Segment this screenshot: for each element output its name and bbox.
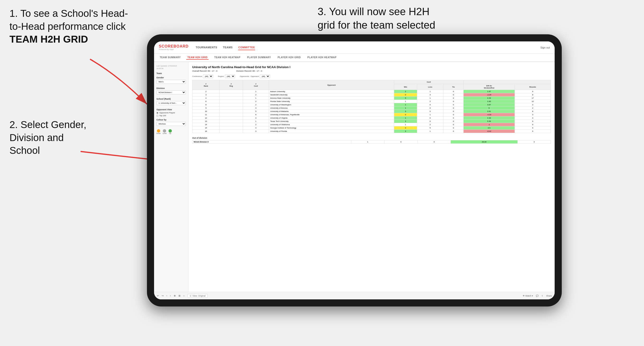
share-icon[interactable]: ⇧ xyxy=(541,295,543,297)
col-diff: Diff AvStrokes/Rnd xyxy=(464,84,514,90)
gender-select[interactable]: Men's xyxy=(156,80,186,84)
cell-opponent: Auburn University xyxy=(269,90,394,93)
out-div-name: NCAA Division II xyxy=(192,140,351,144)
col-reg: #Reg xyxy=(220,80,243,90)
nav-links: TOURNAMENTS TEAMS COMMITTEE xyxy=(196,45,540,50)
region-label: Region xyxy=(218,75,224,77)
watch-button[interactable]: 👁 Watch ▾ xyxy=(523,295,533,297)
region-filter: Region (All) xyxy=(218,75,235,78)
cell-conf: 1 xyxy=(243,97,269,100)
subnav-player-h2h-grid[interactable]: PLAYER H2H GRID xyxy=(276,56,302,60)
out-of-division-row: NCAA Division II 1 0 0 26.00 3 xyxy=(192,140,551,144)
subnav-team-summary[interactable]: TEAM SUMMARY xyxy=(159,56,182,60)
cell-win: 1 xyxy=(394,107,417,110)
comment-button[interactable]: 💬 xyxy=(536,295,538,297)
opponent-filter: Opponents: Opponent (All) xyxy=(240,75,270,78)
opponent-select[interactable]: (All) xyxy=(260,75,270,78)
cell-reg xyxy=(220,93,243,97)
col-opponent: Opponent xyxy=(269,80,394,90)
grid-button[interactable]: ⊞ xyxy=(178,294,180,297)
cell-conf: 1 xyxy=(243,90,269,93)
content-area: Last Updated: 27/03/2024 16:55:38 Team G… xyxy=(154,62,555,292)
cell-win: 1 xyxy=(394,123,417,126)
cell-loss: 2 xyxy=(417,123,444,126)
cell-loss: 1 xyxy=(417,130,444,133)
conference-select[interactable]: (All) xyxy=(203,75,213,78)
share-button[interactable]: Share xyxy=(546,295,552,297)
cell-conf: 3 xyxy=(243,116,269,120)
cell-opponent: Florida State University xyxy=(269,100,394,103)
table-row: 6 2 Florida State University 1 2 0 1.83 … xyxy=(192,100,551,103)
cell-rank: 14 xyxy=(192,123,220,126)
radio-opponents-played[interactable]: Opponents Played xyxy=(156,112,186,114)
redo-button[interactable]: ↪ xyxy=(162,294,164,297)
cell-rounds: 9 xyxy=(514,120,550,123)
school-select[interactable]: 1. University of Nort... xyxy=(156,101,186,105)
radio-top100-btn[interactable] xyxy=(156,115,158,117)
cell-reg xyxy=(220,97,243,100)
cell-diff: 3.67 xyxy=(464,103,514,107)
out-div-loss: 0 xyxy=(384,140,418,144)
cell-tie: 0 xyxy=(444,97,464,100)
cell-win: 1 xyxy=(394,100,417,103)
region-select[interactable]: (All) xyxy=(225,75,235,78)
table-row: 12 3 University of Virginia 1 0 0 2.33 3 xyxy=(192,116,551,120)
radio-top100[interactable]: Top 100 xyxy=(156,115,186,117)
view-original-button[interactable]: ⊙ View: Original xyxy=(188,294,208,298)
undo-button[interactable]: ↩ xyxy=(157,294,159,297)
cell-diff: -4.33 xyxy=(464,113,514,116)
colour-label-level: Level xyxy=(162,133,167,134)
cell-loss: 5 xyxy=(417,126,444,130)
subnav-player-summary[interactable]: PLAYER SUMMARY xyxy=(246,56,272,60)
subnav-player-h2h-heatmap[interactable]: PLAYER H2H HEATMAP xyxy=(306,56,338,60)
cell-reg xyxy=(220,126,243,130)
cell-tie: 0 xyxy=(444,120,464,123)
cell-reg xyxy=(220,116,243,120)
annotation-bl-line1: 2. Select Gender, xyxy=(10,119,86,130)
cell-diff: 2.61 xyxy=(464,110,514,113)
gender-label: Gender xyxy=(156,76,186,79)
cell-rounds: 12 xyxy=(514,100,550,103)
radio-opponents-played-btn[interactable] xyxy=(156,112,158,114)
subnav-team-h2h-heatmap[interactable]: TEAM H2H HEATMAP xyxy=(213,56,242,60)
cell-rank: 4 xyxy=(192,97,220,100)
cell-diff: 5.56 xyxy=(464,120,514,123)
cell-win: 1 xyxy=(394,103,417,107)
overall-record: Overall Record: 89 - 17 - 0 xyxy=(192,70,217,72)
cell-rank: 13 xyxy=(192,120,220,123)
cell-reg xyxy=(220,90,243,93)
sign-out-button[interactable]: Sign out xyxy=(540,46,550,49)
cell-reg xyxy=(220,130,243,133)
cell-rank: 12 xyxy=(192,116,220,120)
cell-win: 1 xyxy=(394,116,417,120)
annotation-line1: 1. To see a School's Head- xyxy=(10,8,128,19)
cell-rank: 15 xyxy=(192,126,220,130)
cell-opponent: University of Washington xyxy=(269,103,394,107)
cell-opponent: University of Arkansas, Fayetteville xyxy=(269,113,394,116)
cell-diff: -1 xyxy=(464,123,514,126)
cell-opponent: Vanderbilt University xyxy=(269,93,394,97)
cell-reg xyxy=(220,123,243,126)
cell-diff: 2.29 xyxy=(464,97,514,100)
cell-opponent: University of Alabama xyxy=(269,110,394,113)
division-select[interactable]: NCAA Division I xyxy=(156,90,186,94)
nav-tournaments[interactable]: TOURNAMENTS xyxy=(196,45,217,50)
forward-button[interactable]: › xyxy=(170,294,171,297)
colour-legend: Down Level Up xyxy=(156,129,186,134)
cell-conf: 2 xyxy=(243,93,269,97)
nav-teams[interactable]: TEAMS xyxy=(223,45,232,50)
zoom-in-button[interactable]: ⊕ xyxy=(174,294,176,297)
out-div-rounds: 3 xyxy=(518,140,550,144)
subnav-team-h2h-grid[interactable]: TEAM H2H GRID xyxy=(186,56,208,60)
colour-select[interactable]: Win/loss xyxy=(156,122,186,126)
cell-loss: 1 xyxy=(417,90,444,93)
cell-rank: 2 xyxy=(192,90,220,93)
logo-text: SCOREBOARD xyxy=(159,44,189,48)
nav-bar: SCOREBOARD Powered by clippi TOURNAMENTS… xyxy=(154,41,555,54)
nav-committee[interactable]: COMMITTEE xyxy=(238,45,255,50)
back-button[interactable]: ‹ xyxy=(166,294,167,297)
filter-row: Conference (All) Region (All) Opponents:… xyxy=(192,75,551,78)
cell-opponent: University of Virginia xyxy=(269,116,394,120)
cell-conf: 3 xyxy=(243,130,269,133)
refresh-button[interactable]: ○ xyxy=(183,294,185,297)
